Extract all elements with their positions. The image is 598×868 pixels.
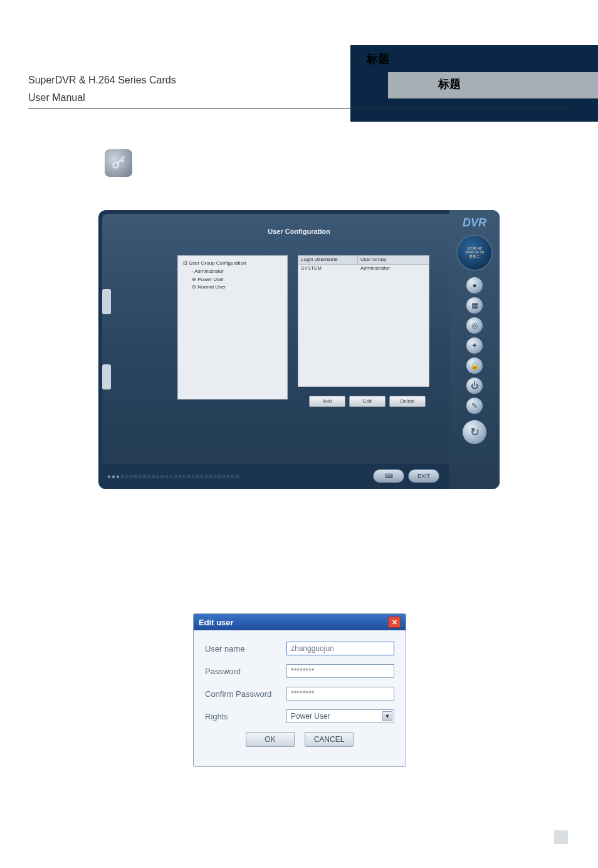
channel-indicator-dots: ●●●○○○○○○○○○○○○○○○○○○○○○○○○○○○ xyxy=(107,473,239,480)
bottom-button-group: ⌨ EXIT xyxy=(373,469,439,483)
dvr-logo: DVR xyxy=(463,216,486,230)
table-row[interactable]: SYSTEM Administrator xyxy=(298,265,429,273)
table-header-login[interactable]: Login Username xyxy=(298,256,358,264)
tree-item-power[interactable]: ⊕ Power User xyxy=(183,276,282,284)
label-password: Password xyxy=(205,667,286,676)
table-cell-group: Administrator xyxy=(358,265,429,273)
row-confirm: Confirm Password ******** xyxy=(205,687,394,701)
left-rail-handle-1 xyxy=(102,289,111,314)
refresh-icon[interactable]: ↻ xyxy=(463,420,486,444)
record-icon[interactable]: ● xyxy=(466,277,483,294)
header-light-bar xyxy=(388,72,598,98)
bottom-bar: ●●●○○○○○○○○○○○○○○○○○○○○○○○○○○○ ⌨ EXIT xyxy=(102,467,444,485)
add-button[interactable]: Add xyxy=(309,396,345,407)
rights-select[interactable]: Power User ▼ xyxy=(286,709,394,723)
tree-item-label: Power User xyxy=(197,277,224,282)
rights-selected-value: Power User xyxy=(291,712,330,721)
cancel-button[interactable]: CANCEL xyxy=(305,732,354,747)
dialog-titlebar[interactable]: Edit user ✕ xyxy=(194,614,406,630)
row-rights: Rights Power User ▼ xyxy=(205,709,394,723)
edit-user-dialog: Edit user ✕ User name zhangguojun Passwo… xyxy=(193,613,406,767)
row-username: User name zhangguojun xyxy=(205,642,394,655)
label-username: User name xyxy=(205,644,286,654)
header-placeholder-1: 标题 xyxy=(367,51,389,66)
power-icon[interactable]: ⏻ xyxy=(466,378,483,394)
left-rail-handle-2 xyxy=(102,364,111,389)
doc-subtitle: User Manual xyxy=(28,92,85,103)
table-header-row: Login Username User Group xyxy=(298,256,429,265)
user-config-window: User Configuration ⊟ User Group Configur… xyxy=(98,210,500,489)
username-value: zhangguojun xyxy=(291,644,334,653)
tool-icon[interactable]: ✎ xyxy=(466,398,483,414)
doc-title: SuperDVR & H.264 Series Cards xyxy=(28,75,176,86)
tree-item-label: Administrator xyxy=(194,268,224,274)
ok-capsule-button[interactable]: ⌨ xyxy=(373,469,404,483)
tree-item-admin[interactable]: · Administrator xyxy=(183,268,282,276)
exit-capsule-button[interactable]: EXIT xyxy=(408,469,439,483)
tree-root[interactable]: ⊟ User Group Configuration xyxy=(183,260,282,268)
clock-day: 星期二 xyxy=(469,254,480,260)
password-value: ******** xyxy=(291,667,314,675)
panel-title: User Configuration xyxy=(102,228,496,235)
table-cell-login: SYSTEM xyxy=(298,265,358,273)
header-divider xyxy=(28,108,570,109)
header-placeholder-2: 标题 xyxy=(438,77,461,92)
label-confirm-password: Confirm Password xyxy=(205,689,286,699)
dialog-body: User name zhangguojun Password ******** … xyxy=(194,630,406,752)
table-header-group[interactable]: User Group xyxy=(358,256,429,264)
confirm-password-input[interactable]: ******** xyxy=(286,687,394,701)
dialog-title: Edit user xyxy=(199,618,234,627)
user-config-body: User Configuration ⊟ User Group Configur… xyxy=(102,214,496,464)
delete-button[interactable]: Delete xyxy=(389,396,426,407)
chevron-down-icon[interactable]: ▼ xyxy=(382,711,392,721)
keyboard-icon: ⌨ xyxy=(385,473,393,479)
label-rights: Rights xyxy=(205,712,286,721)
config-icon[interactable]: ◎ xyxy=(466,317,483,334)
close-icon: ✕ xyxy=(392,618,397,627)
username-input[interactable]: zhangguojun xyxy=(286,642,394,655)
ok-button[interactable]: OK xyxy=(246,732,295,747)
password-input[interactable]: ******** xyxy=(286,664,394,678)
page-number-placeholder xyxy=(554,830,568,844)
user-group-tree[interactable]: ⊟ User Group Configuration · Administrat… xyxy=(177,255,288,400)
tree-item-normal[interactable]: ⊕ Normal User xyxy=(183,283,282,292)
edit-button[interactable]: Edit xyxy=(349,396,386,407)
table-button-row: Add Edit Delete xyxy=(309,396,426,407)
lock-icon[interactable]: 🔒 xyxy=(466,357,483,374)
tree-root-label: User Group Configuration xyxy=(189,260,246,266)
side-icons-column: ● ▦ ◎ ✦ 🔒 ⏻ ✎ ↻ xyxy=(463,277,486,444)
ptz-icon[interactable]: ✦ xyxy=(466,337,483,354)
right-control-strip: DVR 17:30:42 2008.04.30 星期二 ● ▦ ◎ ✦ 🔒 ⏻ … xyxy=(449,210,500,489)
confirm-value: ******** xyxy=(291,689,314,698)
tree-item-label: Normal User xyxy=(197,284,226,290)
close-button[interactable]: ✕ xyxy=(388,617,401,628)
key-icon xyxy=(105,149,132,177)
row-password: Password ******** xyxy=(205,664,394,678)
playback-icon[interactable]: ▦ xyxy=(466,297,483,314)
clock: 17:30:42 2008.04.30 星期二 xyxy=(456,235,493,271)
dialog-button-row: OK CANCEL xyxy=(205,732,394,747)
user-table: Login Username User Group SYSTEM Adminis… xyxy=(298,255,429,387)
